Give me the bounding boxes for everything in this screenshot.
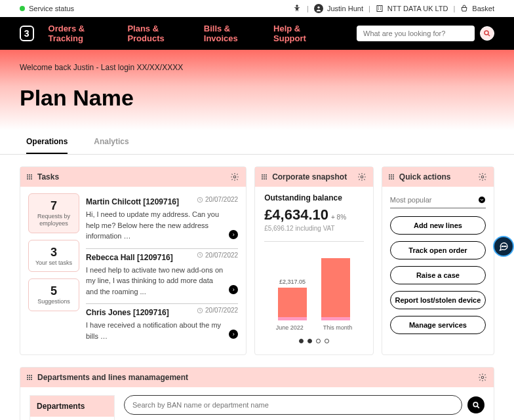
- basket-label[interactable]: Basket: [472, 5, 494, 12]
- global-search-input[interactable]: [357, 26, 475, 41]
- svg-point-4: [233, 176, 236, 178]
- balance-chart: £2,317.05: [264, 248, 364, 320]
- snapshot-gear-icon[interactable]: [357, 172, 366, 181]
- company-name[interactable]: NTT DATA UK LTD: [387, 5, 448, 12]
- dept-gear-icon[interactable]: [478, 373, 487, 382]
- quick-actions-card: Quick actions Most popular Add new lines…: [382, 166, 494, 355]
- svg-point-3: [484, 31, 488, 35]
- svg-rect-2: [377, 6, 382, 12]
- nav-bills[interactable]: Bills & Invoices: [204, 24, 259, 43]
- quick-filter-select[interactable]: Most popular: [390, 193, 486, 208]
- balance-label: Outstanding balance: [264, 193, 364, 202]
- user-avatar-icon[interactable]: [314, 4, 323, 13]
- tab-analytics[interactable]: Analytics: [94, 130, 128, 154]
- tab-operations[interactable]: Operations: [26, 130, 68, 154]
- chat-fab[interactable]: [493, 236, 514, 257]
- bucket-suggestions[interactable]: 5 Suggestions: [28, 278, 79, 311]
- departments-card: Departsments and lines manamagement Depa…: [20, 367, 494, 420]
- svg-point-13: [502, 246, 502, 246]
- side-tab-lines[interactable]: Lines: [30, 417, 114, 420]
- drag-handle-icon[interactable]: [389, 174, 394, 180]
- clock-icon: [197, 252, 203, 258]
- qa-track-order[interactable]: Track open order: [390, 241, 486, 259]
- svg-point-15: [505, 246, 506, 246]
- tasks-title: Tasks: [37, 172, 59, 181]
- bucket-set-tasks[interactable]: 3 Your set tasks: [28, 240, 79, 273]
- quick-title: Quick actions: [399, 172, 451, 181]
- qa-add-lines[interactable]: Add new lines: [390, 216, 486, 235]
- task-arrow-icon[interactable]: ›: [229, 230, 238, 239]
- drag-handle-icon[interactable]: [27, 375, 32, 380]
- svg-point-9: [481, 176, 484, 178]
- dept-title: Departsments and lines manamagement: [37, 373, 188, 382]
- page-title: Plan Name: [20, 85, 494, 111]
- brand-logo[interactable]: 3: [20, 26, 34, 41]
- status-dot-icon: [20, 6, 25, 11]
- task-item[interactable]: Chris Jones [1209716] 20/07/2022 I have …: [86, 304, 238, 348]
- svg-point-14: [504, 246, 504, 246]
- tasks-card: Tasks 7 Requests by employees 3 Your set…: [20, 166, 247, 355]
- accessibility-icon[interactable]: [292, 4, 302, 13]
- svg-point-10: [479, 197, 485, 203]
- qa-manage-services[interactable]: Manage services: [390, 316, 486, 334]
- svg-point-1: [317, 7, 319, 9]
- global-search-button[interactable]: [480, 26, 494, 41]
- bucket-requests[interactable]: 7 Requests by employees: [28, 193, 79, 233]
- tasks-gear-icon[interactable]: [230, 172, 239, 181]
- nav-help[interactable]: Help & Support: [273, 24, 328, 43]
- balance-amount: £4,634.10+ 8%: [264, 206, 364, 223]
- building-icon: [376, 5, 384, 12]
- clock-icon: [197, 197, 203, 203]
- side-tab-departments[interactable]: Departments: [30, 396, 114, 417]
- snapshot-title: Corporate snapshot: [272, 172, 347, 181]
- nav-plans[interactable]: Plans & Products: [127, 24, 189, 43]
- svg-point-0: [296, 5, 298, 7]
- svg-point-12: [473, 402, 478, 407]
- snapshot-card: Corporate snapshot Outstanding balance £…: [254, 166, 374, 355]
- user-name[interactable]: Justin Hunt: [327, 5, 363, 12]
- balance-inc-vat: £5,696.12 including VAT: [264, 225, 364, 232]
- chevron-down-icon: [478, 196, 486, 204]
- task-item[interactable]: Martin Chilcott [1209716] 20/07/2022 Hi,…: [86, 193, 238, 249]
- carousel-dots[interactable]: [264, 339, 364, 343]
- quick-gear-icon[interactable]: [478, 172, 487, 181]
- drag-handle-icon[interactable]: [262, 174, 267, 180]
- svg-point-11: [481, 376, 484, 379]
- drag-handle-icon[interactable]: [27, 174, 32, 180]
- dept-search-button[interactable]: [467, 396, 484, 413]
- welcome-text: Welcome back Justin - Last login XX/XX/X…: [20, 63, 494, 72]
- qa-report-lost[interactable]: Report lost/stolen device: [390, 291, 486, 309]
- qa-raise-case[interactable]: Raise a case: [390, 266, 486, 284]
- dept-search-input[interactable]: [124, 395, 462, 415]
- clock-icon: [197, 307, 203, 314]
- nav-orders[interactable]: Orders & Tracking: [49, 24, 113, 43]
- basket-icon[interactable]: [460, 5, 468, 12]
- task-item[interactable]: Rebecca Hall [1209716] 20/07/2022 I need…: [86, 249, 238, 305]
- svg-point-8: [361, 176, 363, 178]
- service-status: Service status: [29, 5, 74, 12]
